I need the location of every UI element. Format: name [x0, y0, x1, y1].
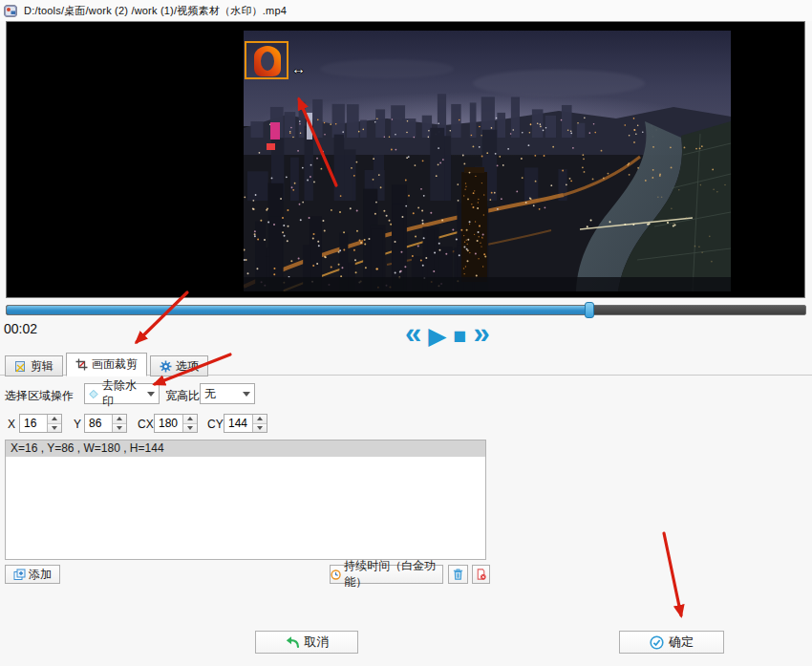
coord-y-label: Y — [74, 418, 81, 431]
coord-cy-input[interactable] — [224, 415, 252, 432]
cancel-button[interactable]: 取消 — [255, 631, 358, 654]
coord-x-label: X — [8, 418, 15, 431]
spin-up-icon[interactable] — [113, 415, 126, 423]
tab-bar: 剪辑 画面裁剪 选项 — [5, 353, 208, 376]
add-icon — [13, 569, 26, 581]
operation-dropdown-value: 去除水印 — [102, 377, 143, 410]
spin-up-icon[interactable] — [183, 415, 197, 423]
duration-button[interactable]: 持续时间（白金功能） — [330, 565, 443, 584]
video-preview[interactable]: ↔ — [244, 31, 731, 291]
region-list[interactable]: X=16 , Y=86 , W=180 , H=144 — [5, 440, 486, 560]
coord-cx-spinner — [154, 414, 198, 433]
seek-bar[interactable] — [6, 305, 806, 315]
operation-dropdown[interactable]: 去除水印 — [84, 383, 160, 404]
gear-icon — [160, 360, 172, 373]
coord-cx-spin-buttons — [182, 415, 197, 432]
arrow-to-crop-tab — [137, 292, 187, 342]
title-bar: D:/tools/桌面/work (2) /work (1)/视频素材（水印）.… — [0, 0, 812, 21]
clock-icon — [331, 569, 341, 581]
aspect-ratio-value: 无 — [204, 386, 216, 402]
coord-cx-label: CX — [138, 418, 154, 431]
coord-cy-label: CY — [207, 418, 224, 431]
resize-cursor-icon: ↔ — [291, 61, 306, 75]
tab-edit-label: 剪辑 — [31, 358, 53, 375]
aspect-ratio-dropdown[interactable]: 无 — [200, 383, 255, 404]
trash-icon — [452, 568, 464, 581]
seek-bar-handle[interactable] — [585, 302, 594, 318]
clip-icon — [14, 360, 27, 373]
crop-icon — [75, 358, 88, 371]
region-operation-label: 选择区域操作 — [5, 388, 74, 404]
chevron-down-icon — [147, 392, 155, 397]
tab-options-label: 选项 — [176, 358, 199, 375]
app-window: D:/tools/桌面/work (2) /work (1)/视频素材（水印）.… — [0, 0, 812, 666]
ok-button[interactable]: 确定 — [619, 631, 724, 654]
watermark-selection-box[interactable]: ↔ — [245, 41, 288, 79]
spin-up-icon[interactable] — [253, 415, 267, 423]
coord-cy-spin-buttons — [252, 415, 267, 432]
duration-button-label: 持续时间（白金功能） — [344, 558, 442, 591]
window-title-path: D:/tools/桌面/work (2) /work (1)/视频素材（水印）.… — [24, 4, 287, 18]
tab-crop[interactable]: 画面裁剪 — [66, 353, 147, 376]
spin-down-icon[interactable] — [113, 423, 126, 433]
spin-down-icon[interactable] — [253, 423, 267, 433]
coord-cy-spinner — [224, 414, 267, 433]
delete-region-button[interactable] — [448, 565, 468, 584]
undo-icon — [285, 635, 300, 649]
spin-up-icon[interactable] — [48, 415, 61, 423]
aspect-ratio-label: 宽高比 — [165, 388, 200, 404]
arrow-to-ok-button — [664, 533, 681, 615]
play-icon[interactable]: ▶ — [428, 324, 446, 348]
spin-down-icon[interactable] — [48, 423, 61, 433]
coord-y-spinner — [84, 414, 127, 433]
coord-x-spinner — [19, 414, 62, 433]
cityscape-frame — [244, 31, 731, 291]
tab-edit[interactable]: 剪辑 — [5, 355, 63, 376]
coord-y-spin-buttons — [112, 415, 126, 432]
clear-all-button[interactable] — [472, 565, 490, 584]
coord-y-input[interactable] — [85, 415, 112, 432]
video-stage: ↔ — [6, 21, 805, 298]
erase-watermark-icon — [89, 389, 98, 399]
clear-file-icon — [475, 568, 487, 581]
cancel-button-label: 取消 — [305, 634, 330, 651]
check-circle-icon — [650, 635, 664, 650]
forward-icon[interactable]: » — [473, 318, 489, 348]
tab-options[interactable]: 选项 — [150, 355, 208, 376]
current-time-label: 00:02 — [4, 321, 37, 336]
add-region-button[interactable]: 添加 — [5, 565, 60, 584]
seek-bar-fill — [7, 306, 590, 314]
tab-crop-label: 画面裁剪 — [92, 356, 138, 373]
rewind-icon[interactable]: « — [405, 318, 421, 348]
app-icon — [4, 4, 18, 18]
playback-controls: « ▶ ■ » — [405, 321, 490, 351]
coord-x-input[interactable] — [20, 415, 47, 432]
coord-x-spin-buttons — [47, 415, 61, 432]
spin-down-icon[interactable] — [183, 423, 197, 433]
add-region-label: 添加 — [29, 567, 52, 583]
watermark-logo — [252, 45, 283, 77]
chevron-down-icon — [243, 392, 250, 397]
coord-cx-input[interactable] — [155, 415, 182, 432]
stop-icon[interactable]: ■ — [453, 325, 466, 347]
ok-button-label: 确定 — [669, 634, 694, 651]
region-list-item[interactable]: X=16 , Y=86 , W=180 , H=144 — [6, 440, 485, 457]
